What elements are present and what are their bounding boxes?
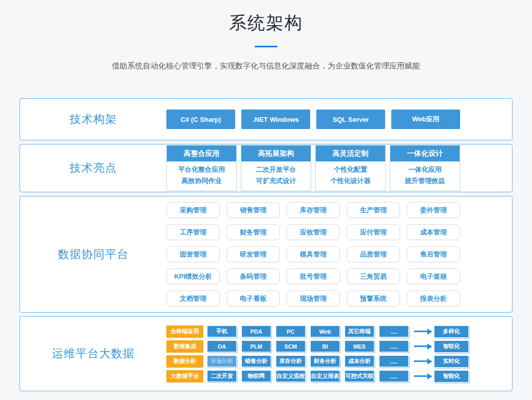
arrow-right-icon [414,329,432,335]
highlight-card: 高灵活定制 个性化配置 个性化设计器 [315,145,386,191]
ops-result-block: 多样化 [434,325,469,338]
card-line: 平台化整合应用 [167,164,236,175]
title-underline-divider [255,46,277,47]
module-block: 电子看板 [226,290,280,306]
arrow-right-icon [414,373,432,379]
card-line: 高效协同作业 [167,175,236,187]
ops-item-block: 成本分析 [345,355,374,367]
page-subtitle: 借助系统自动化核心管理引擎，实现数字化与信息化深度融合，为企业数值化管理应用赋能 [0,61,532,71]
ops-item-block: 市场分析 [207,355,237,367]
ops-item-block: Web [310,325,340,337]
card-line: 个性化设计器 [316,175,385,187]
page-title: 系统架构 [0,0,532,35]
card-line: 提升管理效益 [390,175,460,187]
ops-item-block: 财务分析 [310,355,340,367]
section-highlights-label: 技术亮点 [20,160,166,176]
tech-block-web: Web应用 [391,110,460,129]
ops-item-block: 物联网 [241,370,271,382]
ops-item-block: 可控式关联 [345,370,374,382]
ops-item-block: MES [345,340,374,352]
tech-block-sqlserver: SQL Server [316,110,385,129]
ops-item-block-more: ..... [379,370,409,382]
card-title: 高拓展架构 [241,146,311,161]
ops-row-analysis: 数据分析 市场分析 销售分析 库存分析 财务分析 成本分析 ..... 实时化 [166,355,469,368]
section-tech-stack: 技术构架 C# (C Sharp) .NET Windows SQL Serve… [20,98,512,140]
arrow-right-icon [414,343,432,350]
module-block: 委外管理 [407,202,460,218]
ops-item-block: 手机 [207,325,237,337]
card-line: 个性化配置 [316,164,385,175]
tech-block-csharp: C# (C Sharp) [166,110,235,129]
ops-item-block: PLM [241,340,271,352]
module-block: 财务管理 [226,224,280,240]
highlight-card: 高拓展架构 二次开发平台 可扩充式设计 [241,145,311,191]
module-block: 工序管理 [166,224,220,240]
module-block: 条码管理 [226,268,280,284]
module-block: 库存管理 [287,202,340,218]
ops-item-block: BI [310,340,340,352]
ops-category-label: 数据分析 [166,355,203,368]
module-block: 预警系统 [347,290,400,306]
ops-item-block: PDA [241,325,271,337]
tech-block-dotnet: .NET Windows [241,110,310,129]
ops-item-block: 自定义流程 [276,370,306,382]
module-block: 应收管理 [287,224,340,240]
ops-result-block: 智联化 [434,340,469,353]
highlight-card: 一体化设计 一体化应用 提升管理效益 [390,145,460,191]
ops-item-block: PC [276,325,306,337]
module-block: 现场管理 [287,290,340,306]
architecture-diagram: 技术构架 C# (C Sharp) .NET Windows SQL Serve… [20,98,512,391]
ops-item-block: 销售分析 [241,355,271,367]
ops-row-bigdata: 大数据平台 二次开发 物联网 自定义流程 自定义报表 可控式关联 ..... 智… [166,370,469,383]
card-line: 可扩充式设计 [241,175,311,187]
ops-item-block-more: .... [379,325,409,337]
module-block: 电子签核 [407,268,460,284]
ops-item-block: 库存分析 [276,355,306,367]
ops-row-terminals: 全终端应用 手机 PDA PC Web 其它终端 .... 多样化 [166,325,469,338]
ops-item-block: OA [207,340,237,352]
section-data-platform-label: 数据协同平台 [20,247,166,262]
card-body: 一体化应用 提升管理效益 [390,161,460,191]
card-title: 高灵活定制 [316,146,385,161]
section-data-platform: 数据协同平台 采购管理 销售管理 库存管理 生产管理 委外管理 工序管理 财务管… [20,196,512,313]
module-block: 批号管理 [287,268,340,284]
module-block: 研发管理 [226,246,280,262]
arrow-right-icon [414,358,432,365]
ops-result-block: 实时化 [434,355,469,368]
ops-item-block: 自定义报表 [310,370,340,382]
ops-category-label: 全终端应用 [166,325,203,338]
ops-item-block-more: ..... [379,340,409,352]
module-block: 品质管理 [347,246,400,262]
card-line: 一体化应用 [390,164,460,175]
module-block: 报表分析 [407,290,460,306]
ops-item-block: 其它终端 [345,325,374,337]
module-block: 采购管理 [166,202,220,218]
ops-result-block: 智能化 [434,370,469,383]
card-body: 二次开发平台 可扩充式设计 [241,161,311,191]
card-title: 高整合应用 [167,146,236,161]
module-block: 销售管理 [226,202,280,218]
module-block: 生产管理 [347,202,400,218]
module-grid: 采购管理 销售管理 库存管理 生产管理 委外管理 工序管理 财务管理 应收管理 … [166,202,460,306]
module-block: 成本管理 [407,224,460,240]
ops-rows: 全终端应用 手机 PDA PC Web 其它终端 .... 多样化 数据集成 O… [166,325,469,383]
card-body: 个性化配置 个性化设计器 [316,161,385,191]
ops-category-label: 大数据平台 [166,370,203,383]
module-block: 固资管理 [166,246,220,262]
module-block: 应付管理 [347,224,400,240]
module-block: 文档管理 [166,290,220,306]
ops-category-label: 数据集成 [166,340,203,353]
ops-item-block: SCM [276,340,306,352]
highlight-card: 高整合应用 平台化整合应用 高效协同作业 [166,145,237,191]
section-ops-platform-label: 运维平台大数据 [20,346,166,361]
section-highlights: 技术亮点 高整合应用 平台化整合应用 高效协同作业 高拓展架构 二次开发平台 可… [20,144,512,192]
section-tech-stack-label: 技术构架 [20,112,166,127]
module-block: 售后管理 [407,246,460,262]
module-block: 三角贸易 [347,268,400,284]
ops-item-block-more: ..... [379,355,409,367]
module-block: KPI绩效分析 [166,268,220,284]
card-line: 二次开发平台 [241,164,311,175]
section-ops-platform: 运维平台大数据 全终端应用 手机 PDA PC Web 其它终端 .... 多样… [20,316,512,391]
highlight-cards: 高整合应用 平台化整合应用 高效协同作业 高拓展架构 二次开发平台 可扩充式设计… [166,145,460,191]
ops-item-block: 二次开发 [207,370,237,382]
